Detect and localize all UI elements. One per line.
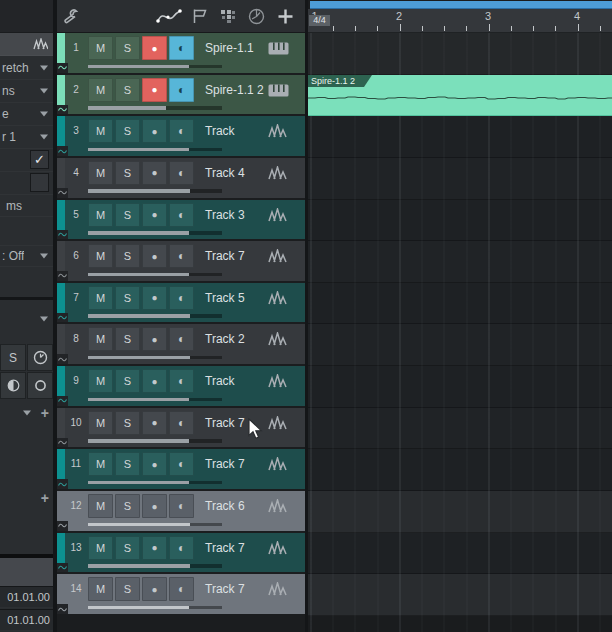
record-arm-button[interactable]: ● [142, 36, 167, 60]
quantize-grid-icon[interactable] [218, 7, 238, 25]
mute-button[interactable]: M [88, 203, 113, 227]
mute-button[interactable]: M [88, 119, 113, 143]
volume-bar[interactable] [88, 481, 222, 485]
timeline-scrollbar[interactable] [310, 1, 612, 9]
automation-curve-icon[interactable] [154, 7, 184, 25]
record-arm-button[interactable]: ● [142, 411, 167, 435]
chevron-down-icon[interactable] [40, 317, 48, 322]
volume-bar[interactable] [88, 356, 222, 360]
solo-button[interactable]: S [115, 452, 140, 476]
solo-button[interactable]: S [115, 369, 140, 393]
mute-button[interactable]: M [88, 536, 113, 560]
add-icon[interactable]: + [41, 405, 49, 421]
monitor-button[interactable]: ◐ [169, 78, 194, 102]
sidebar-clock-button[interactable] [27, 344, 53, 371]
monitor-button[interactable]: ◐ [169, 161, 194, 185]
volume-bar[interactable] [88, 65, 222, 69]
record-arm-button[interactable]: ● [142, 203, 167, 227]
solo-button[interactable]: S [115, 78, 140, 102]
automation-toggle[interactable] [57, 396, 68, 406]
record-arm-button[interactable]: ● [142, 536, 167, 560]
sidebar-record-button[interactable] [27, 372, 53, 399]
track-row[interactable]: 11MS●◐Track 7 [57, 449, 305, 489]
record-arm-button[interactable]: ● [142, 494, 167, 518]
automation-toggle[interactable] [57, 188, 68, 198]
solo-button[interactable]: S [115, 119, 140, 143]
automation-toggle[interactable] [57, 438, 68, 448]
option-select-2[interactable]: e [0, 103, 53, 126]
track-row[interactable]: 1MS●◐Spire-1.1 [57, 33, 305, 73]
wrench-icon[interactable] [61, 7, 81, 25]
mute-button[interactable]: M [88, 78, 113, 102]
chevron-down-icon[interactable] [23, 411, 31, 416]
track-row[interactable]: 13MS●◐Track 7 [57, 533, 305, 573]
track-row[interactable]: 9MS●◐Track [57, 366, 305, 406]
solo-button[interactable]: S [115, 536, 140, 560]
monitor-button[interactable]: ◐ [169, 411, 194, 435]
solo-button[interactable]: S [115, 494, 140, 518]
record-arm-button[interactable]: ● [142, 327, 167, 351]
automation-toggle[interactable] [57, 230, 68, 240]
track-row[interactable]: 5MS●◐Track 3 [57, 200, 305, 240]
volume-bar[interactable] [88, 564, 222, 568]
volume-bar[interactable] [88, 398, 222, 402]
sidebar-solo-button[interactable]: S [0, 344, 26, 371]
add-icon[interactable]: + [41, 490, 49, 506]
automation-toggle[interactable] [57, 63, 68, 73]
volume-bar[interactable] [88, 231, 222, 235]
automation-toggle[interactable] [57, 313, 68, 323]
monitor-button[interactable]: ◐ [169, 452, 194, 476]
monitor-button[interactable]: ◐ [169, 286, 194, 310]
monitor-button[interactable]: ◐ [169, 327, 194, 351]
mute-button[interactable]: M [88, 411, 113, 435]
monitor-button[interactable]: ◐ [169, 536, 194, 560]
track-row[interactable]: 4MS●◐Track 4 [57, 158, 305, 198]
solo-button[interactable]: S [115, 411, 140, 435]
volume-bar[interactable] [88, 314, 222, 318]
automation-toggle[interactable] [57, 521, 68, 531]
monitor-button[interactable]: ◐ [169, 244, 194, 268]
marker-flag-icon[interactable] [190, 7, 210, 25]
mute-button[interactable]: M [88, 452, 113, 476]
mute-button[interactable]: M [88, 36, 113, 60]
record-arm-button[interactable]: ● [142, 78, 167, 102]
record-arm-button[interactable]: ● [142, 119, 167, 143]
automation-toggle[interactable] [57, 354, 68, 364]
mute-button[interactable]: M [88, 369, 113, 393]
option-select-1[interactable]: ns [0, 80, 53, 103]
record-arm-button[interactable]: ● [142, 452, 167, 476]
mute-button[interactable]: M [88, 244, 113, 268]
automation-toggle[interactable] [57, 146, 68, 156]
audio-clip[interactable]: Spire-1.1 2 [308, 75, 612, 116]
option-select-3[interactable]: r 1 [0, 126, 53, 149]
monitor-button[interactable]: ◐ [169, 369, 194, 393]
solo-button[interactable]: S [115, 36, 140, 60]
solo-button[interactable]: S [115, 244, 140, 268]
record-arm-button[interactable]: ● [142, 244, 167, 268]
add-track-icon[interactable] [275, 7, 295, 25]
automation-toggle[interactable] [57, 105, 68, 115]
volume-bar[interactable] [88, 189, 222, 193]
track-row[interactable]: 2MS●◐Spire-1.1 2 [57, 75, 305, 115]
track-row[interactable]: 14MS●◐Track 7 [57, 574, 305, 614]
off-select[interactable]: : Off [0, 245, 53, 267]
solo-button[interactable]: S [115, 577, 140, 601]
volume-bar[interactable] [88, 273, 222, 277]
track-row[interactable]: 7MS●◐Track 5 [57, 283, 305, 323]
mute-button[interactable]: M [88, 286, 113, 310]
volume-bar[interactable] [88, 439, 222, 443]
solo-button[interactable]: S [115, 327, 140, 351]
checkbox-checked[interactable]: ✓ [30, 150, 49, 169]
mute-button[interactable]: M [88, 161, 113, 185]
sidebar-monitor-button[interactable] [0, 372, 26, 399]
automation-toggle[interactable] [57, 563, 68, 573]
track-row[interactable]: 12MS●◐Track 6 [57, 491, 305, 531]
automation-toggle[interactable] [57, 479, 68, 489]
mute-button[interactable]: M [88, 494, 113, 518]
volume-bar[interactable] [88, 606, 222, 610]
record-arm-button[interactable]: ● [142, 161, 167, 185]
automation-toggle[interactable] [57, 271, 68, 281]
record-arm-button[interactable]: ● [142, 286, 167, 310]
monitor-button[interactable]: ◐ [169, 36, 194, 60]
checkbox-unchecked[interactable] [30, 173, 49, 192]
